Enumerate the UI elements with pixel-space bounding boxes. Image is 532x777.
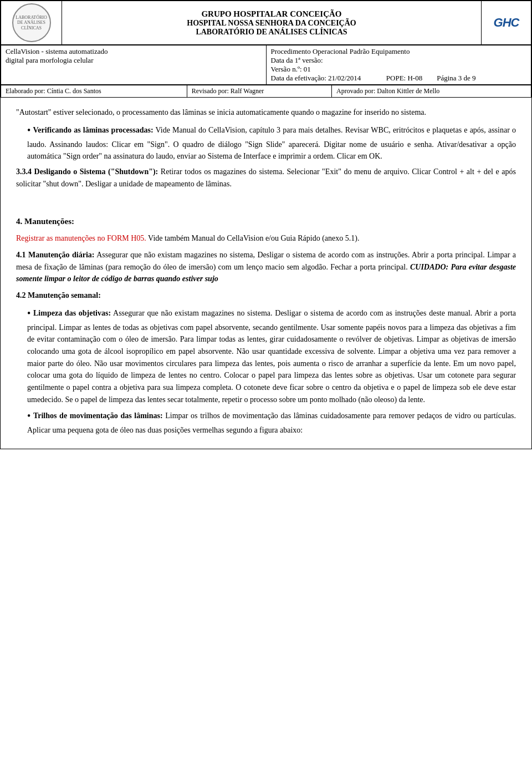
info-right-line2: Data da 1ª versão: xyxy=(271,56,323,64)
info-table: CellaVision - sistema automatizado digit… xyxy=(1,45,531,85)
ghc-logo: GHC xyxy=(486,16,526,30)
header-table: LABORATÓRIODE ANÁLISESCLÍNICAS GRUPO HOS… xyxy=(1,1,531,45)
title-line1: GRUPO HOSPITALAR CONCEIÇÃO xyxy=(66,9,477,19)
ghc-logo-cell: GHC xyxy=(482,1,531,45)
info-right: Procedimento Operacional Padrão Equipame… xyxy=(266,45,531,85)
info-left-line2: digital para morfologia celular xyxy=(6,56,93,64)
register-red-text: Registrar as manutenções no FORM H05. xyxy=(16,234,146,242)
bullet2-paragraph: • Limpeza das objetivas: Assegurar que n… xyxy=(27,306,516,406)
section-4-2-paragraph: 4.2 Manutenção semanal: xyxy=(16,290,516,302)
header-title-cell: GRUPO HOSPITALAR CONCEIÇÃO HOSPITAL NOSS… xyxy=(62,1,482,45)
aprovado-cell: Aprovado por: Dalton Kittler de Mello xyxy=(331,85,531,98)
ghc-label: GHC xyxy=(494,16,519,29)
register-normal-text: Vide também Manual do CellaVision e/ou G… xyxy=(146,234,360,242)
info-right-line5: POPE: H-08 xyxy=(386,74,422,82)
bullet1-paragraph: • Verificando as lâminas processadas: Vi… xyxy=(27,123,516,162)
section4-label: 4. Manutenções: xyxy=(16,217,74,226)
info-left-line1: CellaVision - sistema automatizado xyxy=(6,47,108,55)
bullet3-label: Trilhos de movimentação das lâminas: xyxy=(33,412,163,420)
bullet3-paragraph: • Trilhos de movimentação das lâminas: L… xyxy=(27,409,516,436)
bullet2-label: Limpeza das objetivas: xyxy=(33,309,111,317)
section-4-1-label: 4.1 Manutenção diária: xyxy=(16,251,94,259)
info-right-line1: Procedimento Operacional Padrão Equipame… xyxy=(271,47,410,55)
intro-text: "Autostart" estiver selecionado, o proce… xyxy=(16,108,426,116)
authors-table: Elaborado por: Cíntia C. dos Santos Revi… xyxy=(1,85,531,98)
main-content: "Autostart" estiver selecionado, o proce… xyxy=(1,98,531,449)
logo-cell: LABORATÓRIODE ANÁLISESCLÍNICAS xyxy=(1,1,62,45)
elaborado-cell: Elaborado por: Cíntia C. dos Santos xyxy=(1,85,187,98)
revisado-cell: Revisado por: Ralf Wagner xyxy=(187,85,331,98)
bullet1-label: Verificando as lâminas processadas: xyxy=(33,126,153,134)
logo-image: LABORATÓRIODE ANÁLISESCLÍNICAS xyxy=(12,3,51,42)
section-4-2-label: 4.2 Manutenção semanal: xyxy=(16,291,101,299)
info-right-line3: Versão n.º: 01 xyxy=(271,65,311,73)
info-left: CellaVision - sistema automatizado digit… xyxy=(1,45,267,85)
register-paragraph: Registrar as manutenções no FORM H05. Vi… xyxy=(16,232,516,245)
intro-paragraph: "Autostart" estiver selecionado, o proce… xyxy=(16,106,516,119)
info-right-line6: Página 3 de 9 xyxy=(437,74,475,82)
bullet2-text: Assegurar que não existam magazines no s… xyxy=(27,309,516,404)
section-3-3-4-label: 3.3.4 Desligando o Sistema ("Shutdown"): xyxy=(16,167,158,176)
blank-spacer xyxy=(16,194,516,206)
page-wrapper: LABORATÓRIODE ANÁLISESCLÍNICAS GRUPO HOS… xyxy=(0,0,532,449)
info-right-line4: Data da efetivação: 21/02/2014 xyxy=(271,74,361,82)
section-3-3-4-paragraph: 3.3.4 Desligando o Sistema ("Shutdown"):… xyxy=(16,166,516,190)
section-4-1-paragraph: 4.1 Manutenção diária: Assegurar que não… xyxy=(16,249,516,285)
title-line3: LABORATÓRIO DE ANÁLISES CLÍNICAS xyxy=(66,28,477,37)
section4-heading: 4. Manutenções: xyxy=(16,215,516,228)
title-line2: HOSPITAL NOSSA SENHORA DA CONCEIÇÃO xyxy=(66,19,477,28)
